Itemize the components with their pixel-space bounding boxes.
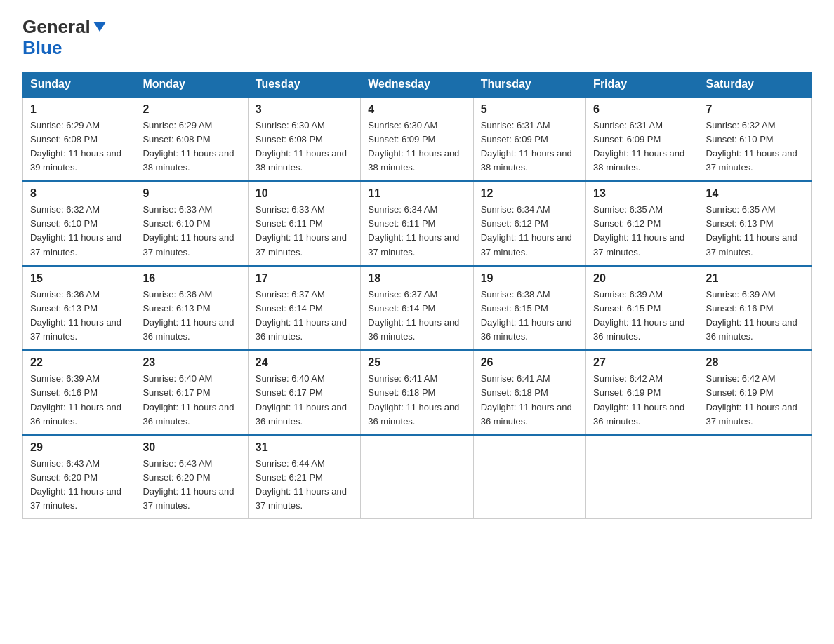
day-info: Sunrise: 6:31 AMSunset: 6:09 PMDaylight:… — [593, 119, 691, 175]
calendar-cell: 22 Sunrise: 6:39 AMSunset: 6:16 PMDaylig… — [23, 350, 135, 435]
day-info: Sunrise: 6:43 AMSunset: 6:20 PMDaylight:… — [30, 457, 128, 514]
calendar-week-4: 22 Sunrise: 6:39 AMSunset: 6:16 PMDaylig… — [23, 350, 812, 435]
day-info: Sunrise: 6:29 AMSunset: 6:08 PMDaylight:… — [143, 119, 240, 175]
day-number: 25 — [368, 356, 465, 369]
calendar-table: SundayMondayTuesdayWednesdayThursdayFrid… — [22, 72, 812, 520]
day-info: Sunrise: 6:34 AMSunset: 6:12 PMDaylight:… — [481, 203, 578, 260]
calendar-cell: 31 Sunrise: 6:44 AMSunset: 6:21 PMDaylig… — [248, 435, 360, 519]
day-info: Sunrise: 6:37 AMSunset: 6:14 PMDaylight:… — [256, 288, 353, 344]
col-header-sunday: Sunday — [23, 72, 135, 97]
day-number: 7 — [706, 103, 804, 116]
calendar-cell: 7 Sunrise: 6:32 AMSunset: 6:10 PMDayligh… — [699, 97, 811, 182]
day-info: Sunrise: 6:33 AMSunset: 6:10 PMDaylight:… — [143, 203, 240, 260]
day-info: Sunrise: 6:40 AMSunset: 6:17 PMDaylight:… — [143, 372, 240, 429]
calendar-cell: 23 Sunrise: 6:40 AMSunset: 6:17 PMDaylig… — [135, 350, 248, 435]
calendar-cell — [473, 435, 585, 519]
calendar-cell: 9 Sunrise: 6:33 AMSunset: 6:10 PMDayligh… — [135, 181, 248, 266]
day-number: 15 — [30, 272, 128, 285]
calendar-cell: 24 Sunrise: 6:40 AMSunset: 6:17 PMDaylig… — [248, 350, 360, 435]
day-number: 6 — [593, 103, 691, 116]
day-info: Sunrise: 6:42 AMSunset: 6:19 PMDaylight:… — [593, 372, 691, 429]
day-number: 10 — [256, 187, 353, 200]
calendar-cell: 4 Sunrise: 6:30 AMSunset: 6:09 PMDayligh… — [361, 97, 473, 182]
day-number: 18 — [368, 272, 465, 285]
day-info: Sunrise: 6:39 AMSunset: 6:16 PMDaylight:… — [30, 372, 128, 429]
calendar-week-5: 29 Sunrise: 6:43 AMSunset: 6:20 PMDaylig… — [23, 435, 812, 519]
day-info: Sunrise: 6:42 AMSunset: 6:19 PMDaylight:… — [706, 372, 804, 429]
day-info: Sunrise: 6:39 AMSunset: 6:16 PMDaylight:… — [706, 288, 804, 344]
calendar-cell: 2 Sunrise: 6:29 AMSunset: 6:08 PMDayligh… — [135, 97, 248, 182]
day-number: 21 — [706, 272, 804, 285]
calendar-cell: 29 Sunrise: 6:43 AMSunset: 6:20 PMDaylig… — [23, 435, 135, 519]
day-number: 5 — [481, 103, 578, 116]
day-number: 14 — [706, 187, 804, 200]
day-info: Sunrise: 6:43 AMSunset: 6:20 PMDaylight:… — [143, 457, 240, 514]
day-info: Sunrise: 6:38 AMSunset: 6:15 PMDaylight:… — [481, 288, 578, 344]
logo-text-blue: Blue — [22, 37, 62, 59]
calendar-cell: 27 Sunrise: 6:42 AMSunset: 6:19 PMDaylig… — [586, 350, 699, 435]
calendar-cell: 30 Sunrise: 6:43 AMSunset: 6:20 PMDaylig… — [135, 435, 248, 519]
day-number: 1 — [30, 103, 128, 116]
day-number: 19 — [481, 272, 578, 285]
day-info: Sunrise: 6:41 AMSunset: 6:18 PMDaylight:… — [481, 372, 578, 429]
day-info: Sunrise: 6:36 AMSunset: 6:13 PMDaylight:… — [30, 288, 128, 344]
calendar-cell: 13 Sunrise: 6:35 AMSunset: 6:12 PMDaylig… — [586, 181, 699, 266]
day-number: 4 — [368, 103, 465, 116]
day-number: 17 — [256, 272, 353, 285]
calendar-cell: 1 Sunrise: 6:29 AMSunset: 6:08 PMDayligh… — [23, 97, 135, 182]
day-number: 28 — [706, 356, 804, 369]
calendar-header: SundayMondayTuesdayWednesdayThursdayFrid… — [23, 72, 812, 97]
calendar-cell: 12 Sunrise: 6:34 AMSunset: 6:12 PMDaylig… — [473, 181, 585, 266]
day-info: Sunrise: 6:33 AMSunset: 6:11 PMDaylight:… — [256, 203, 353, 260]
calendar-cell: 11 Sunrise: 6:34 AMSunset: 6:11 PMDaylig… — [361, 181, 473, 266]
calendar-cell — [586, 435, 699, 519]
calendar-cell: 21 Sunrise: 6:39 AMSunset: 6:16 PMDaylig… — [699, 266, 811, 351]
day-number: 26 — [481, 356, 578, 369]
day-number: 31 — [256, 441, 353, 454]
day-info: Sunrise: 6:32 AMSunset: 6:10 PMDaylight:… — [706, 119, 804, 175]
col-header-monday: Monday — [135, 72, 248, 97]
day-number: 13 — [593, 187, 691, 200]
day-number: 12 — [481, 187, 578, 200]
logo-text-general: General — [22, 17, 91, 37]
logo: General Blue — [22, 17, 107, 59]
calendar-cell: 14 Sunrise: 6:35 AMSunset: 6:13 PMDaylig… — [699, 181, 811, 266]
day-number: 27 — [593, 356, 691, 369]
calendar-cell: 8 Sunrise: 6:32 AMSunset: 6:10 PMDayligh… — [23, 181, 135, 266]
day-number: 9 — [143, 187, 240, 200]
calendar-cell: 26 Sunrise: 6:41 AMSunset: 6:18 PMDaylig… — [473, 350, 585, 435]
day-number: 3 — [256, 103, 353, 116]
day-info: Sunrise: 6:34 AMSunset: 6:11 PMDaylight:… — [368, 203, 465, 260]
calendar-week-3: 15 Sunrise: 6:36 AMSunset: 6:13 PMDaylig… — [23, 266, 812, 351]
day-number: 20 — [593, 272, 691, 285]
col-header-wednesday: Wednesday — [361, 72, 473, 97]
day-info: Sunrise: 6:40 AMSunset: 6:17 PMDaylight:… — [256, 372, 353, 429]
col-header-saturday: Saturday — [699, 72, 811, 97]
logo-arrow-icon — [92, 19, 107, 34]
calendar-cell: 18 Sunrise: 6:37 AMSunset: 6:14 PMDaylig… — [361, 266, 473, 351]
day-number: 30 — [143, 441, 240, 454]
day-info: Sunrise: 6:31 AMSunset: 6:09 PMDaylight:… — [481, 119, 578, 175]
day-number: 29 — [30, 441, 128, 454]
col-header-thursday: Thursday — [473, 72, 585, 97]
day-info: Sunrise: 6:35 AMSunset: 6:13 PMDaylight:… — [706, 203, 804, 260]
calendar-cell: 5 Sunrise: 6:31 AMSunset: 6:09 PMDayligh… — [473, 97, 585, 182]
calendar-cell: 20 Sunrise: 6:39 AMSunset: 6:15 PMDaylig… — [586, 266, 699, 351]
day-info: Sunrise: 6:41 AMSunset: 6:18 PMDaylight:… — [368, 372, 465, 429]
day-number: 22 — [30, 356, 128, 369]
day-info: Sunrise: 6:29 AMSunset: 6:08 PMDaylight:… — [30, 119, 128, 175]
day-info: Sunrise: 6:39 AMSunset: 6:15 PMDaylight:… — [593, 288, 691, 344]
day-number: 24 — [256, 356, 353, 369]
day-info: Sunrise: 6:44 AMSunset: 6:21 PMDaylight:… — [256, 457, 353, 514]
day-info: Sunrise: 6:35 AMSunset: 6:12 PMDaylight:… — [593, 203, 691, 260]
day-number: 16 — [143, 272, 240, 285]
day-info: Sunrise: 6:37 AMSunset: 6:14 PMDaylight:… — [368, 288, 465, 344]
day-info: Sunrise: 6:32 AMSunset: 6:10 PMDaylight:… — [30, 203, 128, 260]
day-number: 11 — [368, 187, 465, 200]
calendar-cell: 16 Sunrise: 6:36 AMSunset: 6:13 PMDaylig… — [135, 266, 248, 351]
calendar-cell: 6 Sunrise: 6:31 AMSunset: 6:09 PMDayligh… — [586, 97, 699, 182]
day-number: 8 — [30, 187, 128, 200]
calendar-cell: 28 Sunrise: 6:42 AMSunset: 6:19 PMDaylig… — [699, 350, 811, 435]
col-header-tuesday: Tuesday — [248, 72, 360, 97]
calendar-week-2: 8 Sunrise: 6:32 AMSunset: 6:10 PMDayligh… — [23, 181, 812, 266]
